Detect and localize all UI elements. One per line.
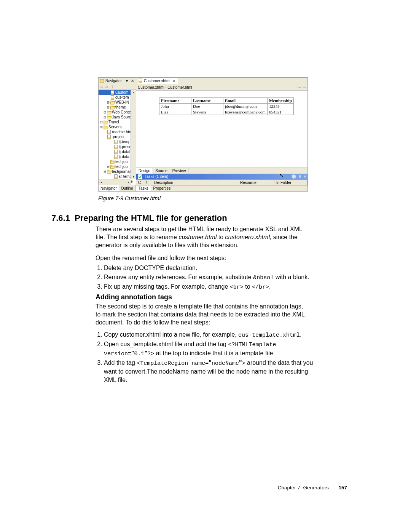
tree-twisty-icon[interactable]: ⊞ (106, 164, 110, 169)
table-header: Email (223, 98, 268, 104)
folder-open-icon (110, 105, 115, 109)
text-mono: ?> (147, 351, 154, 357)
text-bold: " (209, 359, 212, 366)
delete-icon[interactable]: ✖ (298, 174, 301, 179)
folder-open-icon (110, 160, 115, 164)
section-heading: 7.6.1 Preparing the HTML file for genera… (51, 213, 227, 223)
forward-icon[interactable]: ⇨ (105, 85, 108, 89)
text: to (217, 234, 225, 240)
tasks-col-description[interactable]: Description (152, 180, 238, 185)
folder-icon (104, 125, 108, 129)
list-item: Open cus_template.xhtml file and add the… (104, 340, 317, 358)
close-icon[interactable]: ✕ (130, 78, 135, 83)
navigator-icon (100, 78, 104, 83)
tree-twisty-icon[interactable]: ⊞ (106, 105, 110, 110)
tree-item-label: techjournal (112, 169, 131, 174)
customer-table: FirstnameLastnameEmailMembership JohnDoe… (159, 97, 294, 115)
horizontal-scrollbar[interactable]: ◂ ▸ (99, 179, 131, 185)
tree-twisty-icon[interactable]: ⊟ (103, 169, 107, 174)
text-bold: " (131, 350, 134, 356)
text: Copy customer.xhtml into a new file, for… (104, 331, 238, 338)
scroll-right-icon[interactable]: ▸ (126, 180, 131, 185)
folder-open-icon (107, 110, 112, 114)
tree-twisty-icon[interactable]: ⊟ (103, 110, 107, 115)
table-cell: Doe (191, 104, 223, 109)
tree-twisty-icon[interactable]: ⊟ (99, 120, 104, 125)
text: Add the tag (104, 359, 137, 366)
tab-preview[interactable]: Preview (170, 168, 189, 174)
table-cell: Stevens (191, 109, 223, 115)
text-mono: > (242, 360, 245, 367)
tab-outline[interactable]: Outline (119, 185, 135, 191)
tab-navigator[interactable]: Navigator (99, 185, 119, 191)
text-mono: </br> (252, 284, 269, 291)
table-header: Firstname (159, 98, 191, 104)
scroll-up-icon[interactable]: ▴ (131, 90, 136, 95)
footer-page-number: 157 (338, 485, 347, 490)
folder-open-icon (107, 169, 112, 174)
navigator-tree[interactable]: Customcus-tem⊞WEB-IN⊞theme⊟Web Conte⊞Jav… (99, 90, 136, 185)
back-icon[interactable]: ⇦ (100, 85, 103, 89)
tab-tasks[interactable]: Tasks (136, 185, 151, 191)
tab-design[interactable]: Design (136, 168, 153, 174)
tasks-col-priority[interactable]: ! (144, 180, 152, 185)
bc-forward-icon[interactable]: ⇨ (303, 85, 306, 89)
text: Delete any DOCTYPE declaration. (104, 265, 197, 271)
paragraph-1: There are several steps to get the HTML … (96, 225, 309, 249)
table-header: Membership (267, 98, 293, 104)
file-icon (107, 135, 112, 139)
tasks-titlebar: Tasks (1 item) ↖ ⚪ ✖ ≡ (136, 174, 307, 179)
bc-back-icon[interactable]: ⇦ (298, 85, 301, 89)
screenshot-figure: Navigator ▾ ✕ ⇦ ⇨ ⤒ Customcus-tem⊞WEB-IN… (98, 77, 308, 192)
xhtml-file-icon (139, 78, 143, 83)
svg-rect-2 (111, 93, 114, 94)
list-item: Fix up any missing tags. For example, ch… (104, 283, 317, 291)
filter-icon[interactable]: ⚪ (292, 174, 296, 179)
table-cell: 12345 (267, 104, 293, 109)
svg-rect-14 (115, 152, 118, 154)
svg-rect-4 (111, 98, 114, 99)
tab-source[interactable]: Source (153, 168, 170, 174)
navigator-bottom-tabs: Navigator Outline (99, 185, 136, 191)
tasks-icon (137, 174, 143, 179)
tab-properties[interactable]: Properties (151, 185, 174, 191)
navigator-pane: Navigator ▾ ✕ ⇦ ⇨ ⤒ Customcus-tem⊞WEB-IN… (99, 78, 136, 191)
file-icon (107, 130, 112, 134)
tree-twisty-icon[interactable]: ⊞ (99, 125, 104, 129)
file-icon (114, 150, 118, 154)
vertical-scrollbar[interactable]: ▴ ▾ (131, 90, 136, 179)
up-icon[interactable]: ⤒ (111, 85, 114, 89)
section-number: 7.6.1 (51, 213, 70, 223)
navigator-titlebar: Navigator ▾ ✕ (99, 78, 136, 84)
text-mono: <TemplateRegion name= (137, 360, 209, 367)
scroll-left-icon[interactable]: ◂ (99, 180, 104, 185)
folder-icon (104, 120, 108, 124)
table-row: JohnDoejdoe@dummy.com12345 (159, 104, 294, 109)
footer-chapter: Chapter 7. Generators (278, 485, 329, 490)
tasks-col-resource[interactable]: Resource (238, 180, 274, 185)
menu-arrow-icon[interactable]: ▾ (124, 78, 129, 83)
tab-close-icon[interactable]: ✕ (172, 79, 175, 83)
list-item: Delete any DOCTYPE declaration. (104, 264, 317, 272)
tree-item-label: techjou (115, 164, 127, 169)
tree-item-label: Servers (108, 125, 121, 129)
folder-open-icon (110, 100, 115, 104)
list-item: Add the tag <TemplateRegion name="nodeNa… (104, 359, 317, 384)
tree-item-label: Custom (115, 90, 128, 95)
editor-tab-customer[interactable]: Customer.xhtml ✕ (137, 78, 178, 84)
page: Navigator ▾ ✕ ⇦ ⇨ ⤒ Customcus-tem⊞WEB-IN… (0, 0, 411, 532)
tasks-col-complete[interactable]: C (136, 180, 144, 185)
tree-item-label: theme (115, 105, 126, 110)
table-cell: lstevens@company.com (223, 109, 268, 115)
tree-twisty-icon[interactable]: ⊞ (106, 100, 110, 105)
svg-rect-6 (108, 133, 111, 134)
tree-twisty-icon[interactable]: ⊞ (103, 115, 107, 120)
scroll-down-icon[interactable]: ▾ (131, 174, 136, 179)
tasks-col-infolder[interactable]: In Folder (274, 180, 307, 185)
menu-icon[interactable]: ≡ (304, 174, 306, 179)
section-title: Preparing the HTML file for generation (75, 213, 227, 223)
navigator-title: Navigator (105, 79, 122, 83)
tree-item-label: cus-tem (115, 95, 129, 100)
text-mono: 0.1 (134, 351, 145, 357)
folder-open-icon (107, 115, 112, 119)
